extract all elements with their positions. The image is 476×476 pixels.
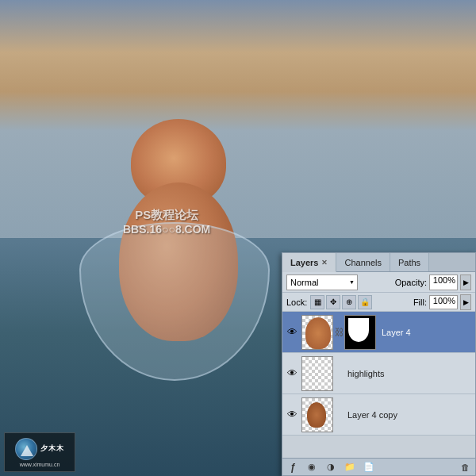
layer-item-layer4[interactable]: 👁 ⛓ Layer 4: [282, 312, 475, 353]
fill-label: Fill:: [413, 298, 427, 307]
lock-all-btn[interactable]: 🔒: [358, 295, 372, 309]
thumb-hamster-img: [305, 317, 331, 349]
lock-fill-row: Lock: ▦ ✥ ⊕ 🔒 Fill: 100% ▶: [282, 293, 475, 312]
layer-thumb-highlights: [301, 356, 333, 391]
adjustment-layer-btn[interactable]: ◑: [324, 461, 338, 474]
layer-thumb-layer4: [301, 315, 333, 350]
panel-tabs: Layers ✕ Channels Paths: [282, 253, 475, 272]
thumb-copy-img: [307, 402, 326, 428]
delete-layer-btn[interactable]: 🗑: [458, 461, 472, 474]
bowl-shape: [79, 222, 270, 381]
new-group-btn[interactable]: 📁: [343, 461, 357, 474]
layer-name-layer4: Layer 4: [378, 328, 473, 337]
layer-name-layer4copy: Layer 4 copy: [335, 410, 473, 420]
add-mask-btn[interactable]: ◉: [305, 461, 319, 474]
lock-position-btn[interactable]: ⊕: [342, 295, 356, 309]
layer-name-highlights: highlights: [335, 369, 473, 378]
tab-layers-close[interactable]: ✕: [321, 259, 328, 267]
layers-panel: Layers ✕ Channels Paths Normal Opacity: …: [282, 252, 476, 476]
fill-input[interactable]: 100%: [429, 295, 458, 309]
logo-icon: [15, 438, 37, 460]
chain-link-layer4: ⛓: [335, 315, 344, 350]
visibility-toggle-layer4[interactable]: 👁: [285, 325, 299, 340]
opacity-input[interactable]: 100%: [429, 274, 458, 290]
fill-arrow[interactable]: ▶: [460, 294, 471, 310]
opacity-label: Opacity:: [395, 278, 427, 287]
tab-paths[interactable]: Paths: [390, 253, 429, 271]
layer-thumb-layer4copy: [301, 397, 333, 432]
layer-item-highlights[interactable]: 👁 highlights: [282, 353, 475, 394]
visibility-toggle-layer4copy[interactable]: 👁: [285, 408, 299, 422]
main-container: PS教程论坛 BBS.16○○8.COM 夕木木 www.ximumu.cn L…: [0, 0, 476, 476]
fill-section: Fill: 100% ▶: [413, 294, 471, 310]
lock-label: Lock:: [286, 298, 307, 307]
tab-channels[interactable]: Channels: [336, 253, 390, 271]
layer-mask-layer4: [344, 315, 376, 350]
thumb-checker-highlights: [302, 357, 332, 390]
mask-shape: [348, 318, 369, 342]
logo-area: 夕木木 www.ximumu.cn: [4, 432, 75, 472]
lock-icons: ▦ ✥ ⊕ 🔒: [310, 295, 372, 309]
logo-mountain-icon: [21, 445, 33, 456]
tab-layers[interactable]: Layers ✕: [282, 253, 336, 272]
blend-opacity-row: Normal Opacity: 100% ▶: [282, 272, 475, 293]
new-layer-btn[interactable]: 📄: [362, 461, 376, 474]
layer-item-layer4copy[interactable]: 👁 Layer 4 copy: [282, 394, 475, 436]
opacity-section: Opacity: 100% ▶: [395, 274, 471, 290]
visibility-toggle-highlights[interactable]: 👁: [285, 367, 299, 381]
layers-list: 👁 ⛓ Layer 4 👁 hig: [282, 312, 475, 447]
logo-url: www.ximumu.cn: [20, 462, 60, 467]
lock-transparent-btn[interactable]: ▦: [310, 295, 324, 309]
image-content: [40, 24, 317, 405]
blend-mode-dropdown[interactable]: Normal: [286, 274, 358, 290]
panel-bottom-bar: ƒ ◉ ◑ 📁 📄 🗑: [282, 458, 475, 475]
logo-name: 夕木木: [40, 443, 64, 454]
layer-effects-btn[interactable]: ƒ: [286, 461, 300, 474]
opacity-arrow[interactable]: ▶: [460, 274, 471, 290]
lock-image-btn[interactable]: ✥: [326, 295, 340, 309]
